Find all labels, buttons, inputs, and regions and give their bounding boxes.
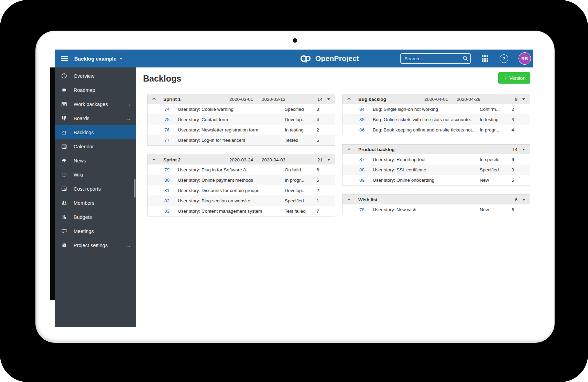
chevron-up-icon[interactable] — [152, 97, 156, 102]
work-item-id-link[interactable]: 89 — [342, 178, 364, 183]
chevron-up-icon[interactable] — [347, 197, 351, 202]
sidebar-item-label: Members — [74, 200, 94, 206]
work-item-id-link[interactable]: 82 — [148, 198, 170, 203]
work-item-status: On hold — [285, 167, 307, 172]
work-item-id-link[interactable]: 86 — [342, 127, 364, 132]
backlog-start-date: 2020-03-24 — [221, 157, 253, 162]
work-item-id-link[interactable]: 74 — [148, 107, 170, 112]
work-item-subject: User story: SSL certificate — [373, 167, 480, 172]
work-item-id-link[interactable]: 79 — [148, 167, 170, 172]
sidebar-item-budgets[interactable]: Budgets → — [55, 210, 136, 224]
work-item-points: 5 — [307, 138, 319, 143]
backlog-end-date: 2020-04-03 — [253, 157, 285, 162]
arrow-right-icon[interactable]: → — [126, 242, 131, 248]
work-item-points: 2 — [502, 107, 514, 112]
sidebar-item-label: Wiki — [74, 172, 83, 178]
help-icon[interactable]: ? — [500, 54, 508, 63]
chevron-up-icon[interactable] — [152, 157, 156, 162]
backlog-row: 77 User story: Log-in for freelancers Te… — [148, 135, 335, 145]
sidebar-item-meetings[interactable]: Meetings → — [55, 224, 136, 238]
backlog-row: 84 Bug: Single sign-on not working Confi… — [342, 104, 530, 114]
backlog-name: Wish list — [356, 197, 416, 202]
apps-grid-icon[interactable] — [482, 55, 488, 62]
backlog-row: 88 User story: SSL certificate Specified… — [342, 165, 530, 175]
backlog-row: 89 User story: Online onboarding New 5 — [342, 175, 530, 185]
backlog-row: 78 User story: New wish New 6 — [342, 204, 530, 215]
sidebar-item-roadmap[interactable]: Roadmap → — [55, 83, 136, 97]
work-item-points: 5 — [502, 178, 514, 183]
chevron-up-icon[interactable] — [347, 147, 351, 152]
work-item-subject: User story: New wish — [373, 207, 480, 212]
work-item-status: Specified — [285, 198, 307, 203]
menu-caret-icon[interactable] — [323, 159, 335, 161]
work-item-points: 4 — [307, 117, 319, 122]
arrow-right-icon[interactable]: → — [126, 101, 131, 107]
work-item-subject: User story: Log-in for freelancers — [178, 138, 285, 143]
sidebar-scrollbar[interactable] — [134, 179, 135, 198]
work-item-status: In progr... — [285, 178, 307, 183]
work-item-id-link[interactable]: 80 — [148, 178, 170, 183]
work-item-subject: Bug: Online tickets with time slots not … — [373, 117, 480, 122]
backlog-header: Product backlog 14 — [342, 145, 530, 154]
backlog-name: Product backlog — [356, 147, 416, 152]
work-item-id-link[interactable]: 84 — [342, 107, 364, 112]
hamburger-menu-icon[interactable] — [61, 56, 68, 61]
add-version-button[interactable]: + Version — [498, 72, 530, 84]
work-item-points: 1 — [307, 198, 319, 203]
backlog-name: Sprint 1 — [161, 97, 221, 102]
backlog-box-sprint-2: Sprint 2 2020-03-24 2020-04-03 21 79 Use… — [147, 155, 335, 216]
avatar[interactable]: RB — [519, 52, 531, 65]
arrow-right-icon[interactable]: → — [126, 115, 131, 121]
tablet-frame: Backlog example OpenProject — [36, 31, 554, 342]
work-item-id-link[interactable]: 83 — [148, 209, 170, 214]
chevron-up-icon[interactable] — [347, 97, 351, 102]
work-item-subject: User story: Plug in for Software A — [178, 167, 285, 172]
sidebar-item-calendar[interactable]: Calendar → — [55, 139, 136, 153]
roadmap-icon — [61, 87, 67, 93]
backlog-rows: 87 User story: Reporting tool In specifi… — [342, 154, 530, 185]
topbar-right: ? RB — [400, 52, 533, 65]
sidebar-item-wiki[interactable]: Wiki → — [55, 168, 136, 182]
sidebar-item-work-packages[interactable]: Work packages → — [55, 97, 136, 111]
work-item-subject: User story: Newsletter registration form — [178, 127, 285, 132]
sidebar-item-boards[interactable]: Boards → — [55, 111, 136, 125]
wiki-icon — [61, 172, 67, 178]
work-item-subject: User story: Reporting tool — [373, 157, 480, 162]
work-item-subject: User story: Blog section on website — [178, 198, 285, 203]
sidebar-item-cost-reports[interactable]: Cost reports → — [55, 182, 136, 196]
work-item-subject: User story: Discounts for certain groups — [178, 188, 285, 193]
plus-icon: + — [503, 75, 507, 81]
sidebar-item-news[interactable]: News → — [55, 153, 136, 168]
menu-caret-icon[interactable] — [518, 199, 530, 201]
project-selector[interactable]: Backlog example — [74, 56, 122, 62]
backlog-rows: 78 User story: New wish New 6 — [342, 204, 530, 215]
sidebar-item-label: Project settings — [74, 243, 108, 248]
sidebar-item-overview[interactable]: Overview → — [55, 69, 136, 83]
sidebar-item-project-settings[interactable]: Project settings → — [55, 238, 136, 252]
sidebar-item-backlogs[interactable]: Backlogs → — [55, 125, 136, 139]
work-item-id-link[interactable]: 76 — [148, 127, 170, 132]
search-icon[interactable] — [462, 55, 468, 61]
work-item-id-link[interactable]: 81 — [148, 188, 170, 193]
openproject-logo[interactable]: OpenProject — [299, 50, 359, 67]
work-item-id-link[interactable]: 75 — [148, 117, 170, 122]
work-item-id-link[interactable]: 87 — [342, 157, 364, 162]
canvas: Backlog example OpenProject — [0, 0, 588, 382]
work-item-id-link[interactable]: 77 — [148, 138, 170, 143]
work-item-subject: User story: Online payment methods — [178, 178, 285, 183]
menu-caret-icon[interactable] — [518, 149, 530, 150]
topbar-left: Backlog example — [55, 56, 136, 62]
work-item-id-link[interactable]: 78 — [342, 207, 364, 212]
members-icon — [61, 200, 67, 206]
menu-caret-icon[interactable] — [323, 98, 335, 100]
logo-wordmark: OpenProject — [315, 54, 359, 63]
search-input[interactable] — [400, 53, 471, 64]
backlog-row: 80 User story: Online payment methods In… — [148, 175, 335, 185]
screen-edge-shadow — [50, 67, 55, 300]
sidebar-item-members[interactable]: Members → — [55, 196, 136, 210]
menu-caret-icon[interactable] — [518, 98, 530, 100]
work-item-subject: User story: Content management system — [178, 209, 285, 214]
version-button-label: Version — [509, 75, 525, 81]
work-item-id-link[interactable]: 88 — [342, 167, 364, 172]
work-item-id-link[interactable]: 85 — [342, 117, 364, 122]
